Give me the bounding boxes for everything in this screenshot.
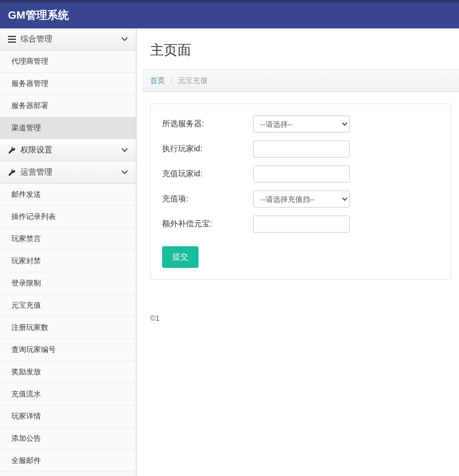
- menu-group-permission[interactable]: 权限设置: [0, 139, 136, 162]
- menu-group-label: 运营管理: [20, 167, 52, 177]
- exec-player-label: 执行玩家id:: [162, 144, 253, 154]
- chevron-down-icon: [121, 148, 128, 152]
- page-title: 主页面: [142, 28, 459, 69]
- recharge-item-label: 充值项:: [162, 194, 253, 204]
- extra-label: 额外补偿元宝:: [162, 219, 253, 229]
- sidebar-item-server-deploy[interactable]: 服务器部署: [0, 95, 136, 117]
- wrench-icon: [8, 168, 16, 176]
- server-select[interactable]: --请选择--: [253, 115, 350, 133]
- wrench-icon: [8, 146, 16, 154]
- menu-group-label: 综合管理: [20, 34, 52, 44]
- sidebar-item-global-mail[interactable]: 全服邮件: [0, 450, 136, 472]
- submit-button[interactable]: 提交: [162, 246, 199, 268]
- sidebar-item-add-notice[interactable]: 添加公告: [0, 428, 136, 450]
- main-content: 主页面 首页 / 元宝充值 所选服务器: --请选择-- 执行玩家id:: [137, 28, 459, 476]
- sidebar-item-ban[interactable]: 玩家封禁: [0, 250, 136, 272]
- app-header: GM管理系统: [0, 0, 459, 28]
- sidebar-item-oplog[interactable]: 操作记录列表: [0, 206, 136, 228]
- sidebar-item-player-detail[interactable]: 玩家详情: [0, 405, 136, 428]
- sidebar-item-mail-send[interactable]: 邮件发送: [0, 184, 136, 206]
- sidebar: 综合管理 代理商管理 服务器管理 服务器部署 渠道管理 权限设置 运营管理: [0, 28, 137, 476]
- sidebar-item-recharge-flow[interactable]: 充值流水: [0, 383, 136, 405]
- chevron-down-icon: [121, 170, 128, 175]
- breadcrumb-home[interactable]: 首页: [150, 76, 165, 85]
- breadcrumb: 首页 / 元宝充值: [142, 69, 459, 92]
- exec-player-input[interactable]: [253, 140, 350, 158]
- sidebar-item-agent[interactable]: 代理商管理: [0, 51, 136, 73]
- sidebar-item-server-manage[interactable]: 服务器管理: [0, 73, 136, 95]
- menu-group-label: 权限设置: [20, 145, 52, 155]
- sidebar-item-mute[interactable]: 玩家禁言: [0, 228, 136, 250]
- breadcrumb-current: 元宝充值: [178, 76, 208, 85]
- svg-rect-2: [8, 42, 16, 43]
- sidebar-item-recharge[interactable]: 元宝充值: [0, 295, 136, 317]
- list-icon: [8, 36, 16, 43]
- svg-rect-1: [8, 39, 16, 40]
- sidebar-item-login-limit[interactable]: 登录限制: [0, 272, 136, 295]
- sidebar-item-channel[interactable]: 渠道管理: [0, 117, 136, 139]
- sidebar-item-query-player[interactable]: 查询玩家编号: [0, 339, 136, 361]
- submenu-operation: 邮件发送 操作记录列表 玩家禁言 玩家封禁 登录限制 元宝充值 注册玩家数 查询…: [0, 184, 136, 472]
- server-label: 所选服务器:: [162, 119, 253, 129]
- submenu-general: 代理商管理 服务器管理 服务器部署 渠道管理: [0, 51, 136, 139]
- form-panel: 所选服务器: --请选择-- 执行玩家id: 充值玩家id:: [150, 104, 451, 280]
- menu-group-operation[interactable]: 运营管理: [0, 162, 136, 184]
- app-title: GM管理系统: [8, 9, 69, 21]
- extra-input[interactable]: [253, 216, 350, 233]
- recharge-item-select[interactable]: --请选择充值挡--: [253, 191, 350, 208]
- svg-rect-0: [8, 36, 16, 37]
- sidebar-item-register-count[interactable]: 注册玩家数: [0, 317, 136, 339]
- footer-text: ©1: [142, 291, 459, 345]
- breadcrumb-separator: /: [171, 76, 173, 85]
- recharge-player-label: 充值玩家id:: [162, 169, 253, 179]
- chevron-down-icon: [121, 37, 128, 42]
- sidebar-item-reward[interactable]: 奖励发放: [0, 361, 136, 383]
- recharge-player-input[interactable]: [253, 165, 350, 183]
- menu-group-general[interactable]: 综合管理: [0, 28, 136, 51]
